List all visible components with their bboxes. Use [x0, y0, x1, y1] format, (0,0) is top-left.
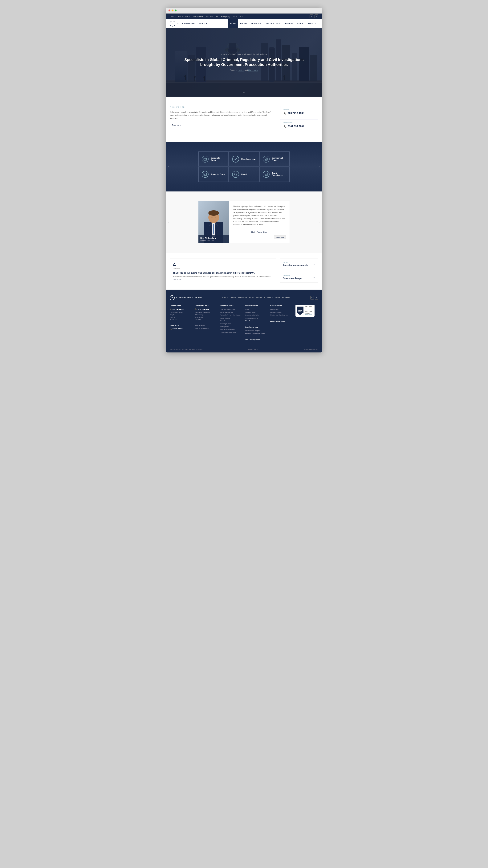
- nav-home[interactable]: HOME: [228, 19, 238, 28]
- who-we-are-content: Who We Are Richardson Lissack is a speci…: [170, 106, 275, 132]
- fullscreen-dot[interactable]: [175, 9, 176, 11]
- footer-linkedin-icon[interactable]: in: [310, 296, 314, 300]
- footer-send-email[interactable]: Send an email: [195, 324, 217, 327]
- footer-health-safety[interactable]: Health & Safety Prosecutions: [245, 333, 267, 335]
- service-financial-crime[interactable]: Financial Crime: [198, 167, 229, 182]
- privacy-link[interactable]: Privacy policy: [248, 348, 258, 350]
- london-link[interactable]: London: [238, 69, 244, 71]
- footer-sexual-offences[interactable]: Sexual Offences: [270, 311, 292, 313]
- footer-nav-about[interactable]: ABOUT: [230, 297, 236, 299]
- speak-to-lawyer-card[interactable]: Contact Speak to a lawyer →: [280, 272, 318, 283]
- footer-professional-discipline[interactable]: Professional Discipline: [245, 330, 267, 332]
- tax-compliance-label: Tax & Compliance: [272, 172, 286, 177]
- who-we-are-section: Who We Are Richardson Lissack is a speci…: [166, 97, 322, 142]
- nav-contact[interactable]: CONTACT: [305, 19, 318, 28]
- who-we-are-read-more[interactable]: Read more: [170, 123, 183, 127]
- manchester-phone[interactable]: 📞 0161 834 7284: [284, 125, 315, 128]
- footer-restraint-orders[interactable]: Restraint Orders: [245, 311, 267, 313]
- footer-murder[interactable]: Murder and Manslaughter: [270, 314, 292, 316]
- svg-point-39: [234, 173, 236, 175]
- news-read-more-link[interactable]: Read more: [173, 278, 181, 280]
- twitter-icon[interactable]: t: [315, 14, 318, 18]
- footer-logo[interactable]: R RICHARDSON LISSACK: [170, 295, 203, 300]
- nav-our-lawyers[interactable]: OUR LAWYERS: [263, 19, 282, 28]
- footer-nav-contact[interactable]: CONTACT: [282, 297, 290, 299]
- service-fraud[interactable]: Fraud: [229, 167, 259, 182]
- lawyer-name: Ben Richardson: [200, 237, 227, 239]
- lawyer-quote: "Ben is a highly professional person who…: [233, 205, 286, 226]
- footer-unexplained-wealth[interactable]: Unexplained Wealth: [245, 314, 267, 316]
- footer-tax-evasion[interactable]: Failure To Prevent Tax Evasion: [220, 314, 242, 316]
- lawyer-card: Our Lawyers: [198, 201, 290, 243]
- speak-to-lawyer-arrow: →: [313, 276, 315, 279]
- service-commercial-fraud[interactable]: Commercial Fraud: [259, 152, 290, 166]
- service-tax-compliance[interactable]: Tax & Compliance: [259, 167, 290, 182]
- news-card: 4 Mar 2020 Thank you to our guests who a…: [170, 258, 277, 284]
- footer-book-appointment[interactable]: Book an appointment: [195, 327, 217, 330]
- footer-private-prosecutions[interactable]: Private Prosecutions: [270, 320, 292, 322]
- cta-card-content-2: Contact Speak to a lawyer: [283, 275, 302, 280]
- phone-icon-2: 📞: [284, 125, 287, 128]
- hero-scroll-arrow[interactable]: ⌄: [243, 91, 245, 94]
- latest-announcements-card[interactable]: News Latest announcements →: [280, 258, 318, 269]
- nav-careers[interactable]: CAREERS: [282, 19, 295, 28]
- footer-freezing-orders[interactable]: Freezing Orders: [220, 323, 242, 325]
- footer-london-phone[interactable]: 📞 020 7413 4835: [170, 308, 192, 310]
- footer-emergency-phone[interactable]: 📞 07525 082021: [170, 328, 192, 330]
- footer-conspiracies[interactable]: Conspiracies: [270, 308, 292, 310]
- minimize-dot[interactable]: [172, 9, 173, 11]
- close-dot[interactable]: [169, 9, 170, 11]
- news-day: 4: [173, 262, 176, 268]
- footer-money-laundering[interactable]: Money Laundering: [220, 311, 242, 313]
- footer-twitter-icon[interactable]: t: [315, 296, 318, 300]
- footer-london-address: 22-23 Essex StreetTempleLondonWC2R 3AA: [170, 311, 192, 321]
- lawyers-next-button[interactable]: →: [317, 220, 320, 224]
- regulatory-law-label: Regulatory Law: [241, 158, 255, 160]
- footer-columns: London office 📞 020 7413 4835 22-23 Esse…: [170, 305, 318, 342]
- footer-insider-trading[interactable]: Insider Trading: [220, 317, 242, 319]
- svg-point-51: [208, 210, 219, 216]
- footer-civil-fraud[interactable]: Civil Fraud: [245, 320, 267, 322]
- footer-nav-news[interactable]: NEWS: [275, 297, 280, 299]
- commercial-fraud-label: Commercial Fraud: [272, 157, 286, 161]
- service-regulatory-law[interactable]: Regulatory Law: [229, 152, 259, 166]
- footer-nav-home[interactable]: HOME: [223, 297, 228, 299]
- services-prev-button[interactable]: ←: [168, 165, 171, 168]
- lawyer-read-more-button[interactable]: Read more: [274, 236, 286, 239]
- footer-nav-services[interactable]: SERVICES: [238, 297, 247, 299]
- nav-services[interactable]: SERVICES: [249, 19, 263, 28]
- footer-bribery[interactable]: Bribery and Corruption: [220, 308, 242, 310]
- footer-corporate-manslaughter[interactable]: Corporate Manslaughter: [220, 332, 242, 334]
- footer-nav-our-lawyers[interactable]: OUR LAWYERS: [249, 297, 262, 299]
- footer-internal-investigations[interactable]: Internal Investigations: [220, 329, 242, 331]
- footer-fin-money-laundering[interactable]: Money Laundering: [245, 317, 267, 319]
- footer-price-fixing[interactable]: Price Fixing: [220, 320, 242, 322]
- footer-manchester-phone[interactable]: 📞 0181 834 7284: [195, 308, 217, 310]
- footer-regulatory-law-title: Regulatory Law: [245, 326, 267, 328]
- manchester-link[interactable]: Manchester: [249, 69, 258, 71]
- services-next-button[interactable]: →: [317, 165, 320, 168]
- nav-news[interactable]: NEWS: [295, 19, 305, 28]
- lawyers-prev-button[interactable]: ←: [168, 220, 171, 224]
- phone-icon: 📞: [284, 112, 287, 115]
- sra-badge-text: REGULATED BYSOLICITORSREGULATIONAUTHORIT…: [305, 306, 313, 315]
- hero-location: Based in London and Manchester: [181, 69, 307, 71]
- footer-manchester-title: Manchester office: [195, 305, 217, 307]
- footer-investigations[interactable]: Investigations: [220, 326, 242, 328]
- footer-nav-careers[interactable]: CAREERS: [264, 297, 273, 299]
- london-city-label: London: [284, 108, 315, 111]
- footer-fraud[interactable]: Fraud: [245, 308, 267, 310]
- browser-chrome: [166, 8, 322, 13]
- london-phone[interactable]: 📞 020 7413 4635: [284, 112, 315, 115]
- nav-about[interactable]: ABOUT: [238, 19, 249, 28]
- sra-badge[interactable]: SRA REGULATED BYSOLICITORSREGULATIONAUTH…: [295, 305, 315, 317]
- logo[interactable]: R RICHARDSON LISSACK: [170, 21, 208, 27]
- top-bar-contacts: London: 020 7413 4635 Manchester: 0161 8…: [170, 16, 244, 18]
- service-corporate-crime[interactable]: Corporate Crime: [198, 152, 229, 166]
- hero-section: A modern law firm with traditional value…: [166, 28, 322, 97]
- lawyer-attribution: Mr. H | Former Client: [233, 231, 286, 233]
- linkedin-icon[interactable]: in: [310, 14, 313, 18]
- fraud-icon: [232, 171, 239, 178]
- latest-announcements-arrow: →: [313, 262, 315, 266]
- nav-links: HOME ABOUT SERVICES OUR LAWYERS CAREERS …: [228, 19, 318, 28]
